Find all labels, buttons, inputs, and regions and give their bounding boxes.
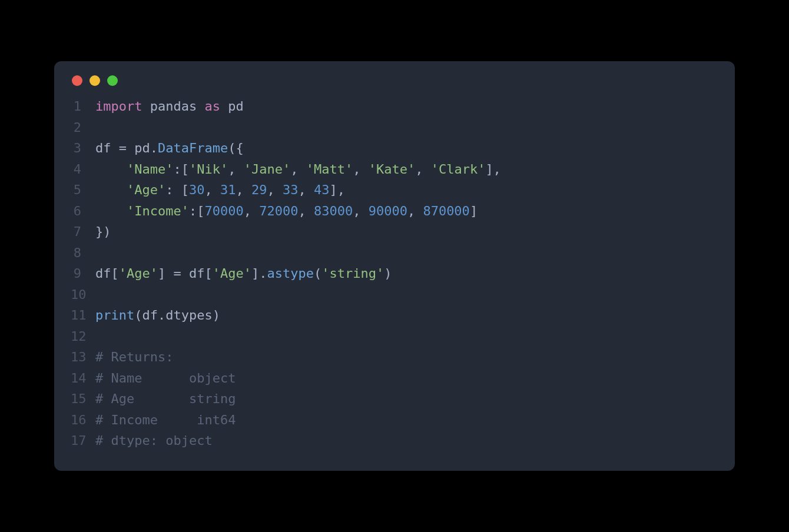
code-line[interactable]: 16# Income int64 (71, 413, 718, 434)
token: ( (314, 266, 321, 281)
code-line[interactable]: 15# Age string (71, 391, 718, 413)
window-titlebar (54, 75, 735, 98)
code-line[interactable]: 11print(df.dtypes) (71, 308, 718, 329)
token: 'string' (321, 266, 384, 281)
code-content[interactable]: df['Age'] = df['Age'].astype('string') (95, 266, 392, 281)
token: 'Matt' (306, 162, 353, 177)
line-number: 15 (71, 391, 95, 406)
code-line[interactable]: 2 (71, 120, 718, 141)
token: 30 (189, 182, 205, 197)
token: 83000 (314, 204, 353, 218)
code-line[interactable]: 10 (71, 287, 718, 308)
token: pd (228, 99, 244, 114)
code-content[interactable]: # Age string (95, 391, 236, 406)
token: , (290, 162, 306, 177)
line-number: 9 (71, 266, 95, 281)
token: , (236, 182, 251, 197)
token: 72000 (259, 204, 298, 218)
token (95, 204, 127, 218)
code-line[interactable]: 7}) (71, 224, 718, 245)
token: 'Age' (213, 266, 251, 281)
token: df[ (95, 266, 119, 281)
token: 90000 (369, 204, 407, 218)
token: :[ (189, 204, 205, 218)
token: 'Clark' (431, 162, 486, 177)
code-line[interactable]: 4 'Name':['Nik', 'Jane', 'Matt', 'Kate',… (71, 162, 718, 183)
line-number: 7 (71, 224, 95, 239)
token: 870000 (423, 204, 469, 218)
token (220, 99, 228, 114)
code-content[interactable]: # dtype: object (95, 433, 213, 448)
token: , (244, 204, 260, 218)
code-editor-window: 1import pandas as pd23df = pd.DataFrame(… (54, 61, 735, 471)
token: , (204, 182, 220, 197)
token: # Age string (95, 391, 236, 406)
token: (df.dtypes) (134, 308, 220, 322)
token: pandas (150, 99, 197, 114)
line-number: 16 (71, 413, 95, 427)
close-icon[interactable] (72, 75, 82, 86)
token (197, 99, 204, 114)
token: df (95, 141, 119, 155)
line-number: 3 (71, 141, 95, 155)
token: 'Kate' (369, 162, 415, 177)
token: 33 (283, 182, 299, 197)
line-number: 12 (71, 329, 95, 344)
token: as (204, 99, 220, 114)
code-content[interactable]: print(df.dtypes) (95, 308, 220, 322)
token: # Returns: (95, 350, 173, 364)
token: DataFrame (158, 141, 228, 155)
minimize-icon[interactable] (89, 75, 100, 86)
code-content[interactable]: 'Income':[70000, 72000, 83000, 90000, 87… (95, 204, 478, 218)
token: = (119, 141, 127, 155)
line-number: 8 (71, 245, 95, 260)
token: }) (95, 224, 111, 239)
code-content[interactable]: 'Name':['Nik', 'Jane', 'Matt', 'Kate', '… (95, 162, 501, 177)
code-content[interactable]: df = pd.DataFrame({ (95, 141, 244, 155)
token: , (353, 204, 369, 218)
code-area[interactable]: 1import pandas as pd23df = pd.DataFrame(… (54, 98, 735, 454)
token: # dtype: object (95, 433, 213, 448)
token: pd. (127, 141, 158, 155)
code-content[interactable]: }) (95, 224, 111, 239)
token: import (95, 99, 142, 114)
line-number: 11 (71, 308, 95, 322)
code-content[interactable]: # Name object (95, 371, 236, 385)
code-content[interactable]: # Returns: (95, 350, 173, 364)
token: ], (329, 182, 345, 197)
code-line[interactable]: 3df = pd.DataFrame({ (71, 141, 718, 162)
line-number: 2 (71, 120, 95, 135)
token: print (95, 308, 134, 322)
token: astype (267, 266, 313, 281)
code-line[interactable]: 12 (71, 329, 718, 350)
token: = (173, 266, 181, 281)
code-line[interactable]: 8 (71, 245, 718, 267)
code-content[interactable]: # Income int64 (95, 413, 236, 427)
token: 29 (251, 182, 267, 197)
token: 'Nik' (189, 162, 228, 177)
line-number: 6 (71, 204, 95, 218)
code-line[interactable]: 17# dtype: object (71, 433, 718, 454)
token: 'Income' (127, 204, 189, 218)
token: :[ (173, 162, 189, 177)
code-line[interactable]: 14# Name object (71, 371, 718, 392)
line-number: 17 (71, 433, 95, 448)
code-line[interactable]: 6 'Income':[70000, 72000, 83000, 90000, … (71, 204, 718, 225)
token: , (353, 162, 369, 177)
code-line[interactable]: 9df['Age'] = df['Age'].astype('string') (71, 266, 718, 287)
code-content[interactable]: 'Age': [30, 31, 29, 33, 43], (95, 182, 345, 197)
code-line[interactable]: 5 'Age': [30, 31, 29, 33, 43], (71, 182, 718, 204)
line-number: 5 (71, 182, 95, 197)
code-content[interactable]: import pandas as pd (95, 99, 244, 114)
token: , (407, 204, 423, 218)
token: 'Age' (127, 182, 165, 197)
line-number: 1 (71, 99, 95, 114)
code-line[interactable]: 1import pandas as pd (71, 99, 718, 120)
maximize-icon[interactable] (107, 75, 118, 86)
code-line[interactable]: 13# Returns: (71, 350, 718, 371)
line-number: 10 (71, 287, 95, 302)
token (95, 182, 127, 197)
line-number: 14 (71, 371, 95, 385)
token: 'Age' (119, 266, 158, 281)
token: 'Name' (127, 162, 173, 177)
